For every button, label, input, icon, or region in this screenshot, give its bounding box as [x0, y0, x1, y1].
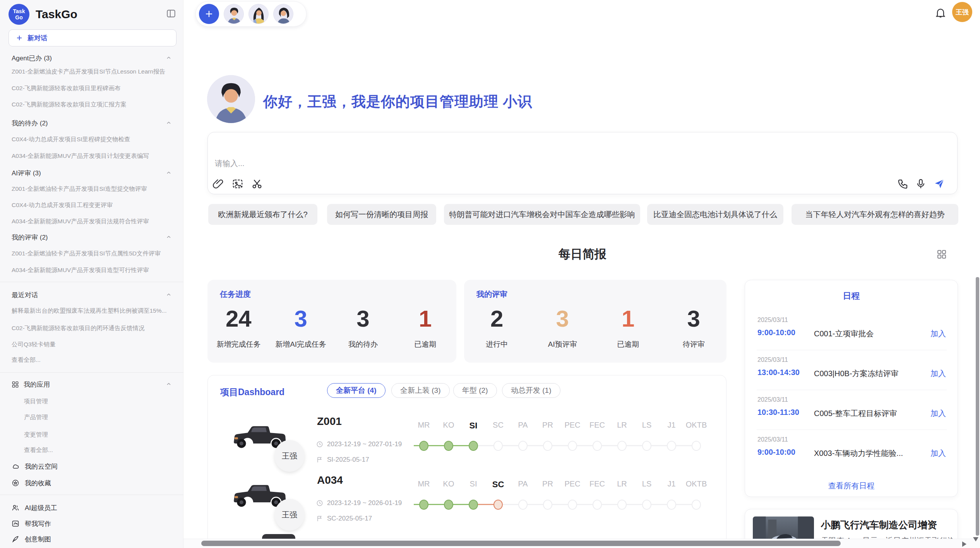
sidebar-item[interactable]: C02-飞腾新能源轻客改款项目里程碑画布: [12, 82, 176, 94]
milestone-dot: [518, 500, 528, 510]
divider: [757, 390, 947, 390]
voice-call-icon[interactable]: [897, 178, 909, 190]
milestone-column: LS: [634, 480, 659, 517]
join-button[interactable]: 加入: [930, 408, 946, 419]
scroll-right-arrow[interactable]: [962, 541, 966, 547]
new-chat-button[interactable]: 新对话: [9, 29, 176, 46]
tab-new-body[interactable]: 全新上装 (3): [391, 383, 450, 398]
favorites-label: 我的收藏: [25, 479, 51, 488]
recent-view-all[interactable]: 查看全部...: [12, 354, 176, 366]
section-label: 我的待办 (2): [12, 119, 48, 128]
suggestion-chip[interactable]: 如何写一份清晰的项目周报: [327, 204, 436, 225]
milestone-column: FEC: [585, 421, 610, 458]
project-code: Z001: [317, 415, 342, 428]
divider: [757, 350, 947, 350]
tab-powertrain-dev[interactable]: 动总开发 (1): [502, 383, 560, 398]
message-composer: [207, 132, 958, 194]
chevron-up-icon: [166, 55, 172, 61]
agent-avatar-1[interactable]: [224, 4, 244, 24]
stat-value: 3: [530, 304, 596, 334]
sidebar-item[interactable]: C02-飞腾新能源轻客改款项目立项汇报方案: [12, 99, 176, 110]
milestone-column: OKTB: [684, 480, 709, 517]
sidebar-item[interactable]: Z001-全新燃油皮卡产品开发项目SI节点Lesson Learn报告: [12, 66, 176, 77]
milestone-column: SI: [461, 480, 486, 517]
stat-label: AI预评审: [530, 339, 596, 349]
greeting-title: 你好，王强，我是你的项目管理助理 小识: [263, 92, 532, 111]
send-icon[interactable]: [934, 178, 945, 190]
screenshot-scissors-icon[interactable]: [251, 178, 263, 190]
milestone-label: PA: [511, 421, 535, 430]
sidebar-item-cloud-space[interactable]: 我的云空间: [12, 461, 176, 472]
layout-grid-icon[interactable]: [936, 248, 947, 260]
section-agent-done[interactable]: Agent已办 (3): [12, 52, 176, 64]
app-item-change-mgmt[interactable]: 变更管理: [24, 429, 176, 440]
schedule-time: 10:30-11:30: [757, 408, 799, 417]
star-badge-icon: [12, 479, 19, 487]
join-button[interactable]: 加入: [930, 329, 946, 339]
sidebar-item[interactable]: A034-全新新能源MUV产品开发项目计划变更表编写: [12, 150, 176, 162]
sidebar-item[interactable]: A034-全新新能源MUV产品开发项目法规符合性评审: [12, 216, 176, 227]
sidebar-item[interactable]: C0X4-动力总成开发项目SI里程碑提交物检查: [12, 134, 176, 145]
apps-view-all[interactable]: 查看全部...: [24, 444, 176, 456]
horizontal-scrollbar-thumb[interactable]: [201, 541, 841, 546]
stat-label: 我的待办: [332, 339, 394, 349]
my-review-card: 我的评审 2 进行中 3 AI预评审 1 已逾期 3 待评审: [464, 280, 726, 363]
schedule-entry: 2025/03/11 10:30-11:30 C005-整车工程目标评审 加入: [745, 394, 958, 430]
attach-file-icon[interactable]: [212, 178, 224, 190]
flag-icon: [316, 456, 323, 463]
recent-chat-item[interactable]: 解释最新出台的欧盟报废车法规再生塑料比例被调至15%...: [12, 305, 176, 317]
suggestion-chip[interactable]: 当下年轻人对汽车外观有怎样的喜好趋势: [792, 204, 958, 225]
notifications-bell-icon[interactable]: [934, 7, 947, 19]
sidebar-item-ai-staff[interactable]: AI超级员工: [12, 502, 176, 514]
suggestion-chip[interactable]: 特朗普可能对进口汽车增税会对中国车企造成哪些影响: [444, 204, 640, 225]
milestone-label: SI: [461, 421, 486, 431]
ai-staff-label: AI超级员工: [25, 503, 57, 512]
agent-avatar-2[interactable]: [248, 4, 269, 24]
milestone-dot: [518, 441, 528, 451]
section-ai-review[interactable]: AI评审 (3): [12, 167, 176, 179]
sidebar-item[interactable]: Z001-全新燃油轻卡产品开发项目SI节点属性5D文件评审: [12, 248, 176, 259]
suggestion-chip[interactable]: 比亚迪全固态电池计划具体说了什么: [647, 204, 783, 225]
schedule-name: C005-整车工程目标评审: [814, 408, 907, 419]
user-avatar[interactable]: 王强: [952, 2, 972, 22]
agent-avatar-3[interactable]: [273, 4, 293, 24]
app-item-product-mgmt[interactable]: 产品管理: [24, 411, 176, 423]
sidebar-item[interactable]: A034-全新新能源MUV产品开发项目造型可行性评审: [12, 264, 176, 276]
suggestion-chip[interactable]: 欧洲新规最近颁布了什么?: [208, 204, 317, 225]
sidebar-item-favorites[interactable]: 我的收藏: [12, 477, 176, 489]
sidebar-item[interactable]: C0X4-动力总成开发项目工程变更评审: [12, 199, 176, 211]
vertical-scrollbar-thumb[interactable]: [976, 277, 979, 536]
sidebar-item[interactable]: Z001-全新燃油轻卡产品开发项目SI造型提交物评审: [12, 183, 176, 195]
join-button[interactable]: 加入: [930, 368, 946, 379]
tab-new-platform[interactable]: 全新平台 (4): [327, 383, 385, 398]
section-recent-chats[interactable]: 最近对话: [12, 289, 176, 301]
section-my-apps[interactable]: 我的应用: [12, 378, 176, 390]
view-all-schedule-link[interactable]: 查看所有日程: [745, 481, 958, 491]
milestone-dot: [642, 500, 651, 510]
milestone-column: J1: [659, 480, 684, 517]
schedule-date: 2025/03/11: [757, 356, 788, 363]
schedule-time: 9:00-10:00: [757, 328, 795, 337]
join-button[interactable]: 加入: [930, 448, 946, 459]
milestone-dot: [593, 500, 602, 510]
scroll-down-arrow[interactable]: [973, 537, 978, 541]
project-flag-row: SC-2025-05-17: [316, 515, 372, 522]
tab-model-year[interactable]: 年型 (2): [453, 383, 497, 398]
milestone-label: LS: [634, 480, 659, 488]
attach-image-icon[interactable]: [232, 178, 243, 190]
milestone-column: KO: [436, 421, 461, 458]
clock-icon: [316, 441, 323, 448]
app-item-project-mgmt[interactable]: 项目管理: [24, 396, 176, 407]
microphone-icon[interactable]: [915, 178, 927, 190]
dashboard-title: 项目Dashboard: [220, 386, 284, 398]
recent-chat-item[interactable]: C02-飞腾新能源轻客改款项目的闭环通告反馈情况: [12, 322, 176, 334]
sidebar-item-help-write[interactable]: 帮我写作: [12, 518, 176, 529]
add-agent-button[interactable]: [199, 4, 219, 24]
recent-chat-item[interactable]: 公司Q3轻卡销量: [12, 339, 176, 350]
milestone-dot: [692, 441, 701, 451]
sidebar-item-creative-draw[interactable]: 创意制图: [12, 533, 176, 545]
sidebar-collapse-icon[interactable]: [166, 8, 176, 19]
section-my-todo[interactable]: 我的待办 (2): [12, 117, 176, 129]
message-input[interactable]: [215, 155, 834, 172]
section-my-review[interactable]: 我的评审 (2): [12, 231, 176, 243]
